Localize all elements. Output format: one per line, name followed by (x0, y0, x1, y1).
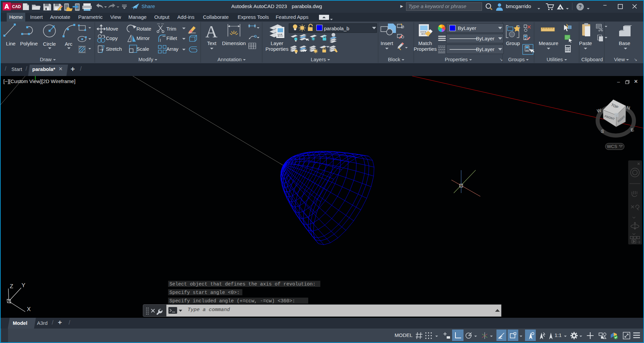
svg-text:Z: Z (10, 283, 13, 290)
svg-text:W: W (596, 107, 602, 114)
svg-text:WCS: WCS (607, 144, 617, 149)
svg-text:CAD: CAD (12, 4, 21, 9)
svg-text:A: A (205, 22, 217, 41)
svg-text:Y: Y (22, 282, 25, 289)
svg-text:?: ? (578, 4, 581, 9)
svg-text:X: X (27, 306, 31, 312)
